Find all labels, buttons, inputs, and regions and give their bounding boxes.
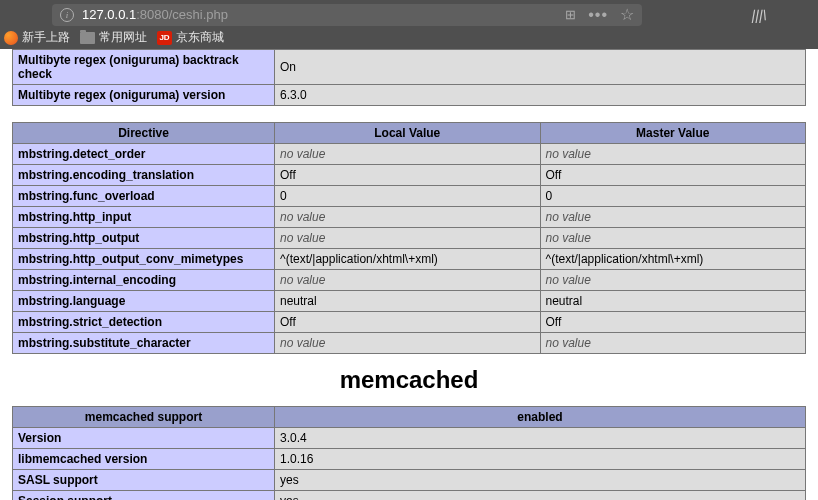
- local-value: no value: [275, 228, 541, 249]
- master-value: ^(text/|application/xhtml\+xml): [540, 249, 806, 270]
- config-key: Multibyte regex (oniguruma) backtrack ch…: [13, 50, 275, 85]
- directive-name: mbstring.http_output_conv_mimetypes: [13, 249, 275, 270]
- column-header: Directive: [13, 123, 275, 144]
- url-bar-row: i 127.0.0.1:8080/ceshi.php ⊞ ••• ☆ |||\: [0, 0, 818, 26]
- bookmark-item-jd[interactable]: JD 京东商城: [157, 29, 224, 46]
- directive-table: DirectiveLocal ValueMaster Valuembstring…: [12, 122, 806, 354]
- table-row: mbstring.func_overload00: [13, 186, 806, 207]
- master-value: no value: [540, 270, 806, 291]
- more-icon[interactable]: •••: [588, 6, 608, 24]
- bookmark-item-common[interactable]: 常用网址: [80, 29, 147, 46]
- bookmark-label: 常用网址: [99, 29, 147, 46]
- config-value: 1.0.16: [275, 449, 806, 470]
- folder-icon: [80, 32, 95, 44]
- directive-name: mbstring.internal_encoding: [13, 270, 275, 291]
- local-value: neutral: [275, 291, 541, 312]
- local-value: 0: [275, 186, 541, 207]
- mbstring-info-table: Multibyte regex (oniguruma) backtrack ch…: [12, 49, 806, 106]
- directive-name: mbstring.http_output: [13, 228, 275, 249]
- table-header-row: memcached supportenabled: [13, 407, 806, 428]
- table-row: mbstring.languageneutralneutral: [13, 291, 806, 312]
- directive-name: mbstring.language: [13, 291, 275, 312]
- config-value: yes: [275, 491, 806, 501]
- config-key: libmemcached version: [13, 449, 275, 470]
- memcached-table: memcached supportenabledVersion3.0.4libm…: [12, 406, 806, 500]
- config-key: Session support: [13, 491, 275, 501]
- master-value: 0: [540, 186, 806, 207]
- master-value: Off: [540, 312, 806, 333]
- directive-name: mbstring.http_input: [13, 207, 275, 228]
- config-key: SASL support: [13, 470, 275, 491]
- bookmark-label: 京东商城: [176, 29, 224, 46]
- table-row: mbstring.substitute_characterno valueno …: [13, 333, 806, 354]
- table-row: mbstring.encoding_translationOffOff: [13, 165, 806, 186]
- table-row: mbstring.internal_encodingno valueno val…: [13, 270, 806, 291]
- table-header-row: DirectiveLocal ValueMaster Value: [13, 123, 806, 144]
- column-header: Local Value: [275, 123, 541, 144]
- master-value: no value: [540, 207, 806, 228]
- column-header: memcached support: [13, 407, 275, 428]
- directive-name: mbstring.detect_order: [13, 144, 275, 165]
- table-row: mbstring.strict_detectionOffOff: [13, 312, 806, 333]
- table-row: mbstring.http_outputno valueno value: [13, 228, 806, 249]
- url-rest: :8080/ceshi.php: [136, 7, 228, 22]
- section-heading-memcached: memcached: [12, 366, 806, 394]
- directive-name: mbstring.strict_detection: [13, 312, 275, 333]
- local-value: no value: [275, 333, 541, 354]
- browser-chrome: i 127.0.0.1:8080/ceshi.php ⊞ ••• ☆ |||\ …: [0, 0, 818, 49]
- table-row: Multibyte regex (oniguruma) version6.3.0: [13, 85, 806, 106]
- config-value: yes: [275, 470, 806, 491]
- bookmark-bar: 新手上路 常用网址 JD 京东商城: [0, 26, 818, 49]
- table-row: mbstring.http_inputno valueno value: [13, 207, 806, 228]
- bookmark-star-icon[interactable]: ☆: [620, 5, 634, 24]
- page-content: Multibyte regex (oniguruma) backtrack ch…: [0, 49, 818, 500]
- jd-icon: JD: [157, 31, 172, 45]
- master-value: neutral: [540, 291, 806, 312]
- master-value: no value: [540, 144, 806, 165]
- master-value: no value: [540, 333, 806, 354]
- local-value: Off: [275, 165, 541, 186]
- config-value: 3.0.4: [275, 428, 806, 449]
- config-value: On: [275, 50, 806, 85]
- config-key: Version: [13, 428, 275, 449]
- local-value: ^(text/|application/xhtml\+xml): [275, 249, 541, 270]
- local-value: no value: [275, 207, 541, 228]
- bookmark-label: 新手上路: [22, 29, 70, 46]
- table-row: Version3.0.4: [13, 428, 806, 449]
- table-row: mbstring.http_output_conv_mimetypes^(tex…: [13, 249, 806, 270]
- directive-name: mbstring.func_overload: [13, 186, 275, 207]
- column-header: Master Value: [540, 123, 806, 144]
- column-header: enabled: [275, 407, 806, 428]
- directive-name: mbstring.substitute_character: [13, 333, 275, 354]
- config-key: Multibyte regex (oniguruma) version: [13, 85, 275, 106]
- local-value: no value: [275, 270, 541, 291]
- url-bar[interactable]: i 127.0.0.1:8080/ceshi.php ⊞ ••• ☆: [52, 4, 642, 26]
- master-value: no value: [540, 228, 806, 249]
- directive-name: mbstring.encoding_translation: [13, 165, 275, 186]
- table-row: libmemcached version1.0.16: [13, 449, 806, 470]
- config-value: 6.3.0: [275, 85, 806, 106]
- url-host: 127.0.0.1: [82, 7, 136, 22]
- local-value: Off: [275, 312, 541, 333]
- info-icon[interactable]: i: [60, 8, 74, 22]
- bookmark-item-getting-started[interactable]: 新手上路: [4, 29, 70, 46]
- library-icon[interactable]: |||\: [751, 7, 769, 23]
- table-row: Session supportyes: [13, 491, 806, 501]
- table-row: Multibyte regex (oniguruma) backtrack ch…: [13, 50, 806, 85]
- local-value: no value: [275, 144, 541, 165]
- table-row: SASL supportyes: [13, 470, 806, 491]
- url-actions: ⊞ ••• ☆: [565, 5, 634, 24]
- firefox-icon: [4, 31, 18, 45]
- qr-icon[interactable]: ⊞: [565, 7, 576, 22]
- table-row: mbstring.detect_orderno valueno value: [13, 144, 806, 165]
- master-value: Off: [540, 165, 806, 186]
